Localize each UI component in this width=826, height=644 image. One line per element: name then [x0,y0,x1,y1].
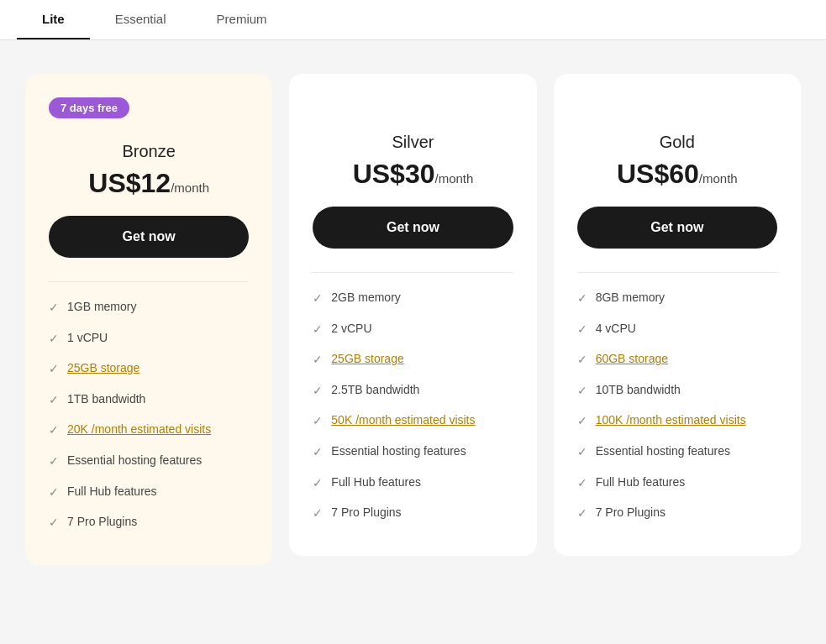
divider [313,272,513,273]
feature-item: ✓ 7 Pro Plugins [577,505,777,522]
feature-link[interactable]: 20K /month estimated visits [67,421,211,438]
check-icon: ✓ [313,322,323,338]
plan-price-gold: US$60/month [577,159,777,190]
plan-name-gold: Gold [577,133,777,152]
check-icon: ✓ [49,515,59,531]
plan-card-bronze: 7 days free Bronze US$12/month Get now ✓… [25,74,272,565]
check-icon: ✓ [577,444,587,461]
check-icon: ✓ [577,322,587,338]
feature-text: Essential hosting features [67,453,202,469]
tabs-bar: LiteEssentialPremium [0,0,826,40]
feature-text: 1TB bandwidth [67,391,145,408]
feature-text: Full Hub features [596,474,686,491]
feature-link[interactable]: 60GB storage [596,351,668,368]
feature-item: ✓ Full Hub features [313,474,513,492]
get-now-button-silver[interactable]: Get now [313,207,513,249]
check-icon: ✓ [313,413,323,430]
check-icon: ✓ [49,392,59,409]
tab-lite[interactable]: Lite [17,0,90,39]
plans-container: 7 days free Bronze US$12/month Get now ✓… [0,40,826,628]
check-icon: ✓ [577,352,587,369]
plan-price-silver: US$30/month [313,159,513,190]
plan-name-silver: Silver [313,133,513,152]
plan-card-silver: Silver US$30/month Get now ✓ 2GB memory … [289,74,536,556]
feature-text: 8GB memory [596,290,665,306]
check-icon: ✓ [577,413,587,430]
feature-item: ✓ 25GB storage [49,360,249,378]
feature-item: ✓ Essential hosting features [313,443,513,461]
check-icon: ✓ [577,383,587,400]
feature-item: ✓ 50K /month estimated visits [313,412,513,430]
tab-essential[interactable]: Essential [90,0,192,39]
feature-item: ✓ 1TB bandwidth [49,391,249,409]
feature-text: 1GB memory [67,299,136,316]
check-icon: ✓ [313,475,323,492]
check-icon: ✓ [49,331,59,348]
feature-item: ✓ 1 vCPU [49,330,249,348]
feature-text: Essential hosting features [596,443,730,460]
check-icon: ✓ [313,383,323,400]
plan-price-bronze: US$12/month [49,168,249,199]
feature-text: Essential hosting features [331,443,466,460]
feature-item: ✓ 4 vCPU [577,321,777,338]
check-icon: ✓ [313,352,323,369]
feature-item: ✓ 60GB storage [577,351,777,369]
check-icon: ✓ [49,453,59,470]
check-icon: ✓ [49,361,59,378]
feature-item: ✓ 100K /month estimated visits [577,412,777,430]
feature-item: ✓ 7 Pro Plugins [313,505,513,522]
divider [577,272,777,273]
feature-link[interactable]: 25GB storage [331,351,403,368]
feature-text: 7 Pro Plugins [596,505,666,521]
feature-text: Full Hub features [67,484,157,500]
plan-card-gold: Gold US$60/month Get now ✓ 8GB memory ✓ … [554,74,801,556]
feature-text: Full Hub features [331,474,421,491]
feature-item: ✓ Full Hub features [577,474,777,492]
feature-text: 7 Pro Plugins [331,505,401,521]
feature-item: ✓ 8GB memory [577,290,777,307]
check-icon: ✓ [577,475,587,492]
check-icon: ✓ [577,291,587,307]
feature-text: 2 vCPU [331,321,371,338]
check-icon: ✓ [313,505,323,522]
feature-text: 10TB bandwidth [596,382,681,399]
feature-text: 2GB memory [331,290,400,306]
feature-item: ✓ 25GB storage [313,351,513,369]
plan-name-bronze: Bronze [49,142,249,161]
feature-item: ✓ 2 vCPU [313,321,513,338]
features-list-silver: ✓ 2GB memory ✓ 2 vCPU ✓ 25GB storage ✓ 2… [313,290,513,522]
feature-item: ✓ Full Hub features [49,484,249,501]
divider [49,281,249,282]
feature-text: 2.5TB bandwidth [331,382,419,399]
get-now-button-gold[interactable]: Get now [577,207,777,249]
check-icon: ✓ [49,300,59,317]
feature-text: 4 vCPU [596,321,636,338]
features-list-gold: ✓ 8GB memory ✓ 4 vCPU ✓ 60GB storage ✓ 1… [577,290,777,522]
feature-item: ✓ 2.5TB bandwidth [313,382,513,400]
feature-link[interactable]: 100K /month estimated visits [596,412,746,429]
tab-premium[interactable]: Premium [192,0,292,39]
check-icon: ✓ [49,422,59,439]
feature-item: ✓ 2GB memory [313,290,513,307]
get-now-button-bronze[interactable]: Get now [49,216,249,258]
feature-text: 7 Pro Plugins [67,514,137,531]
feature-item: ✓ 7 Pro Plugins [49,514,249,531]
feature-item: ✓ 20K /month estimated visits [49,421,249,439]
feature-link[interactable]: 25GB storage [67,360,139,377]
features-list-bronze: ✓ 1GB memory ✓ 1 vCPU ✓ 25GB storage ✓ 1… [49,299,249,531]
free-badge: 7 days free [49,97,129,118]
feature-text: 1 vCPU [67,330,108,347]
feature-link[interactable]: 50K /month estimated visits [331,412,475,429]
check-icon: ✓ [577,505,587,522]
check-icon: ✓ [313,291,323,307]
feature-item: ✓ 1GB memory [49,299,249,317]
check-icon: ✓ [49,484,59,501]
feature-item: ✓ 10TB bandwidth [577,382,777,400]
check-icon: ✓ [313,444,323,461]
feature-item: ✓ Essential hosting features [49,453,249,470]
feature-item: ✓ Essential hosting features [577,443,777,461]
